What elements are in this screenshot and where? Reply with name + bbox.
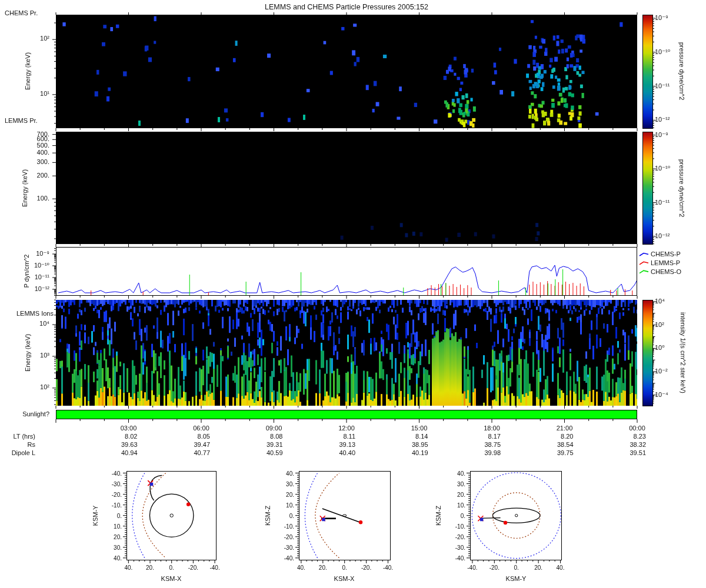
orbit-ytick: 10. (101, 523, 122, 530)
colorbar-title-intensity: intensity 1/(s cm^2 ster keV) (679, 312, 687, 393)
colorbar-tick: 10⁰ (655, 344, 665, 352)
ephemeris-value: 39.98 (465, 449, 501, 457)
colorbar-title-pressure-1: pressure dyne/cm^2 (678, 42, 685, 101)
colorbar-tick: 10⁻⁹ (655, 14, 668, 22)
sunlight-label: Sunlight? (2, 410, 49, 418)
ephemeris-value: 38.75 (465, 441, 501, 449)
ephemeris-value: 8.05 (175, 433, 210, 440)
legend-entry-chems-p: CHEMS-P (651, 250, 681, 258)
time-tick-label: 18:00 (475, 425, 508, 432)
colorbar-title-pressure-2: pressure dyne/cm^2 (678, 159, 685, 218)
orbit-ytick: 40. (444, 470, 465, 477)
pressure-ytick: 10⁻¹¹ (21, 273, 49, 281)
orbit-xtick: 40. (289, 564, 313, 572)
lemms-ytick: 500. (24, 142, 49, 149)
orbit-ytick: -40. (444, 554, 465, 562)
ephemeris-value: 40.40 (320, 449, 355, 457)
orbit-xtick: 20. (138, 564, 162, 572)
ephemeris-value: 8.17 (465, 433, 501, 440)
ephemeris-value: 38.32 (611, 441, 646, 449)
orbit-ytick: 20. (444, 491, 465, 499)
orbit2-ylabel: KSM-Z (264, 506, 272, 526)
ephemeris-value: 40.19 (393, 449, 428, 457)
ephemeris-value: 38.54 (538, 441, 574, 449)
orbit-ytick: 20. (101, 533, 122, 541)
colorbar-tick: 10⁻¹¹ (655, 199, 670, 206)
orbit3-xlabel: KSM-Y (492, 575, 540, 583)
ephemeris-value: 8.02 (102, 433, 138, 440)
orbit-xtick: 0. (505, 564, 528, 572)
ephemeris-value: 8.14 (393, 433, 428, 440)
orbit-xtick: 0. (160, 564, 184, 572)
orbit-ytick: 20. (273, 491, 294, 499)
ephemeris-value: 39.51 (611, 449, 646, 457)
orbit-ytick: 0. (273, 512, 294, 520)
orbit-ytick: -30. (444, 544, 465, 552)
lemms-ytick: 100. (24, 195, 49, 202)
ephemeris-value: 39.63 (102, 441, 138, 449)
labels-layer: LEMMS and CHEMS Particle Pressures 2005:… (0, 0, 706, 588)
ephemeris-value: 38.95 (393, 441, 428, 449)
ephemeris-value: 39.31 (248, 441, 283, 449)
colorbar-tick: 10⁴ (655, 298, 665, 305)
panel-label-lemms-ions: LEMMS Ions (16, 310, 54, 318)
pressure-ytick: 10⁻¹⁰ (21, 262, 49, 269)
orbit3-ylabel: KSM-Z (435, 506, 442, 526)
legend-entry-lemms-p: LEMMS-P (651, 259, 680, 267)
colorbar-tick: 10⁻⁹ (655, 131, 668, 139)
orbit-ytick: -10. (444, 523, 465, 530)
orbit-ytick: -40. (101, 470, 122, 477)
orbit-ytick: -30. (273, 544, 294, 552)
colorbar-tick: 10⁻¹² (655, 232, 670, 240)
row-label-rs: Rs (0, 441, 35, 449)
orbit-ytick: 30. (101, 544, 122, 552)
lemms-ytick: 400. (24, 149, 49, 156)
time-tick-label: 06:00 (185, 425, 218, 432)
colorbar-tick: 10⁻⁴ (655, 391, 668, 399)
pressure-ytick: 10⁻¹² (21, 285, 49, 293)
orbit-ytick: -20. (444, 533, 465, 541)
colorbar-tick: 10⁻² (655, 368, 668, 375)
orbit-ytick: 0. (101, 512, 122, 520)
colorbar-tick: 10⁻¹² (655, 116, 670, 123)
orbit-xtick: 40. (116, 564, 140, 572)
orbit-ytick: 0. (444, 512, 465, 520)
colorbar-tick: 10² (655, 321, 664, 329)
orbit-xtick: -20. (181, 564, 205, 572)
orbit-xtick: -20. (482, 564, 506, 572)
science-plot-page: LEMMS and CHEMS Particle Pressures 2005:… (0, 0, 706, 588)
time-tick-label: 15:00 (403, 425, 436, 432)
time-tick-label: 12:00 (330, 425, 363, 432)
page-title: LEMMS and CHEMS Particle Pressures 2005:… (56, 4, 637, 11)
ephemeris-value: 40.77 (175, 449, 210, 457)
lemms-ytick: 200. (24, 172, 49, 179)
orbit-xtick: 0. (333, 564, 357, 572)
orbit-ytick: 10. (444, 502, 465, 509)
time-tick-label: 21:00 (548, 425, 581, 432)
ions-ytick: 10³ (24, 352, 49, 359)
colorbar-tick: 10⁻¹⁰ (655, 48, 670, 56)
time-tick-label: 03:00 (112, 425, 145, 432)
row-label-lt: LT (hrs) (0, 433, 35, 440)
orbit-ytick: 10. (273, 502, 294, 509)
orbit-ytick: 30. (444, 480, 465, 488)
chems-ytick: 10² (24, 35, 49, 42)
row-label-dipole-l: Dipole L (0, 449, 35, 457)
orbit-ytick: -30. (101, 480, 122, 488)
colorbar-tick: 10⁻¹¹ (655, 82, 670, 90)
ions-ytick: 10² (24, 383, 49, 391)
ephemeris-value: 40.59 (248, 449, 283, 457)
axis-label-pressure: P dyn/cm^2 (23, 255, 31, 288)
time-tick-label: 00:00 (621, 425, 654, 432)
orbit-ytick: -20. (101, 491, 122, 499)
colorbar-tick: 10⁻¹⁰ (655, 165, 670, 172)
orbit-xtick: 20. (527, 564, 550, 572)
orbit-ytick: -10. (273, 523, 294, 530)
panel-label-chems-pressure: CHEMS Pr. (5, 9, 38, 17)
ephemeris-value: 39.13 (320, 441, 355, 449)
chems-ytick: 10¹ (24, 90, 49, 98)
ephemeris-value: 8.23 (611, 433, 646, 440)
orbit-xtick: -40. (377, 564, 400, 572)
legend-entry-chems-o: CHEMS-O (651, 268, 681, 276)
ephemeris-value: 8.20 (538, 433, 574, 440)
